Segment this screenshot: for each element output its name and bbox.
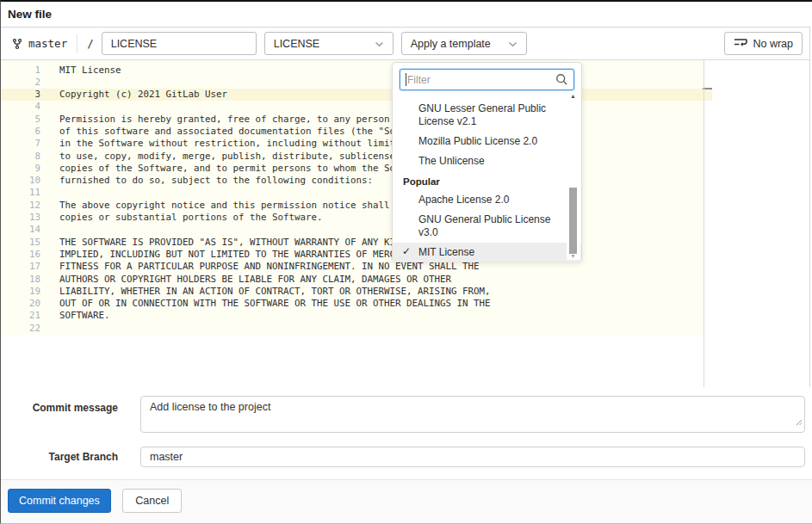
- code-line[interactable]: 20OUT OF OR IN CONNECTION WITH THE SOFTW…: [1, 298, 712, 310]
- line-number: 12: [1, 200, 40, 212]
- syntax-select-value: LICENSE: [274, 38, 320, 50]
- code-line[interactable]: 18AUTHORS OR COPYRIGHT HOLDERS BE LIABLE…: [1, 274, 712, 286]
- dropdown-item-label: MIT License: [418, 246, 474, 258]
- page-title: New file: [8, 2, 52, 27]
- scrollbar-thumb[interactable]: [569, 188, 577, 254]
- code-line[interactable]: 16IMPLIED, INCLUDING BUT NOT LIMITED TO …: [1, 249, 712, 261]
- no-wrap-label: No wrap: [753, 38, 793, 50]
- line-number: 4: [1, 101, 40, 113]
- code-line[interactable]: 9copies of the Software, and to permit p…: [1, 163, 712, 175]
- line-text: OUT OF OR IN CONNECTION WITH THE SOFTWAR…: [59, 298, 491, 310]
- code-line[interactable]: 21SOFTWARE.: [1, 310, 712, 322]
- commit-changes-button[interactable]: Commit changes: [8, 489, 111, 513]
- code-line[interactable]: 13copies or substantial portions of the …: [1, 212, 712, 224]
- scroll-up-arrow-icon[interactable]: ▲: [570, 93, 576, 99]
- code-lines: 1MIT License23Copyright (c) 2021 GitLab …: [1, 60, 704, 335]
- dropdown-item[interactable]: The Unlicense: [393, 151, 581, 171]
- code-line[interactable]: 3Copyright (c) 2021 GitLab User: [1, 89, 712, 101]
- target-branch-input[interactable]: [140, 447, 805, 467]
- line-text: furnished to do so, subject to the follo…: [59, 175, 373, 187]
- dropdown-header-label: Popular: [403, 176, 440, 187]
- line-number: 8: [1, 151, 40, 163]
- line-text: AUTHORS OR COPYRIGHT HOLDERS BE LIABLE F…: [59, 274, 451, 286]
- line-number: 15: [1, 237, 40, 249]
- dropdown-group-header: Popular: [393, 171, 581, 190]
- filename-input[interactable]: [102, 32, 257, 55]
- code-line[interactable]: 14: [1, 224, 712, 236]
- apply-template-select[interactable]: Apply a template: [401, 32, 527, 55]
- text-cursor: [406, 73, 406, 86]
- code-line[interactable]: 19LIABILITY, WHETHER IN AN ACTION OF CON…: [1, 286, 712, 298]
- code-line[interactable]: 17FITNESS FOR A PARTICULAR PURPOSE AND N…: [1, 261, 712, 273]
- apply-template-value: Apply a template: [411, 38, 491, 50]
- line-text: LIABILITY, WHETHER IN AN ACTION OF CONTR…: [59, 286, 491, 298]
- code-line[interactable]: 2: [1, 77, 712, 89]
- dropdown-item[interactable]: ✓MIT License: [393, 243, 581, 262]
- resize-handle-icon[interactable]: [796, 414, 803, 429]
- path-separator: /: [87, 37, 94, 50]
- print-margin-ruler: [704, 60, 704, 387]
- no-wrap-button[interactable]: No wrap: [724, 32, 803, 55]
- dropdown-item[interactable]: Mozilla Public License 2.0: [393, 132, 581, 151]
- text-wrap-icon: [734, 37, 747, 50]
- line-number: 7: [1, 138, 40, 150]
- line-number: 11: [1, 187, 40, 199]
- code-line[interactable]: 12The above copyright notice and this pe…: [1, 200, 712, 212]
- line-text: FITNESS FOR A PARTICULAR PURPOSE AND NON…: [59, 261, 480, 273]
- line-number: 2: [1, 77, 40, 89]
- line-number: 18: [1, 274, 40, 286]
- template-dropdown-list: GNU Lesser General Public License v2.1Mo…: [393, 95, 581, 262]
- chevron-down-icon: [375, 38, 384, 50]
- commit-message-textarea[interactable]: [140, 396, 805, 433]
- line-number: 19: [1, 286, 40, 298]
- toolbar-divider: [77, 34, 77, 53]
- template-filter-area: [393, 63, 581, 95]
- line-number: 5: [1, 114, 40, 126]
- target-branch-label: Target Branch: [1, 447, 118, 467]
- line-number: 1: [1, 65, 40, 77]
- check-icon: ✓: [402, 245, 411, 258]
- cancel-button[interactable]: Cancel: [122, 489, 182, 513]
- syntax-select[interactable]: LICENSE: [264, 32, 394, 55]
- template-filter-input[interactable]: [400, 69, 574, 90]
- code-line[interactable]: 10furnished to do so, subject to the fol…: [1, 175, 712, 187]
- code-line[interactable]: 11: [1, 187, 712, 199]
- code-line[interactable]: 5Permission is hereby granted, free of c…: [1, 114, 712, 126]
- dropdown-item-label: GNU General Public License v3.0: [418, 213, 550, 238]
- line-number: 21: [1, 310, 40, 322]
- code-line[interactable]: 4: [1, 101, 712, 113]
- dropdown-item-label: Mozilla Public License 2.0: [418, 135, 537, 147]
- code-line[interactable]: 15THE SOFTWARE IS PROVIDED "AS IS", WITH…: [1, 237, 712, 249]
- git-branch-icon: [11, 38, 23, 50]
- line-number: 13: [1, 212, 40, 224]
- file-toolbar: master / LICENSE Apply a template: [1, 28, 809, 60]
- line-number: 22: [1, 323, 40, 335]
- line-number: 6: [1, 126, 40, 138]
- code-line[interactable]: 7in the Software without restriction, in…: [1, 138, 712, 150]
- line-number: 10: [1, 175, 40, 187]
- dropdown-item-label: GNU Lesser General Public License v2.1: [418, 102, 546, 127]
- dropdown-item-label: The Unlicense: [418, 155, 485, 167]
- line-text: SOFTWARE.: [59, 310, 110, 322]
- code-line[interactable]: 8to use, copy, modify, merge, publish, d…: [1, 151, 712, 163]
- dropdown-item[interactable]: GNU Lesser General Public License v2.1: [393, 99, 581, 132]
- line-number: 9: [1, 163, 40, 175]
- dropdown-scrollbar: ▲ ▼: [567, 91, 580, 260]
- dropdown-item[interactable]: Apache License 2.0: [393, 190, 581, 210]
- code-line[interactable]: 6of this software and associated documen…: [1, 126, 712, 138]
- code-line[interactable]: 22: [1, 323, 712, 335]
- dropdown-item[interactable]: GNU General Public License v3.0: [393, 210, 581, 243]
- commit-message-label: Commit message: [1, 396, 118, 433]
- line-number: 17: [1, 261, 40, 273]
- scroll-down-arrow-icon[interactable]: ▼: [570, 253, 576, 259]
- template-dropdown-panel: GNU Lesser General Public License v2.1Mo…: [392, 62, 582, 262]
- code-line[interactable]: 1MIT License: [1, 65, 712, 77]
- line-text: copies of the Software, and to permit pe…: [59, 163, 446, 175]
- new-file-page: New file master / LICENSE: [0, 0, 812, 524]
- line-text: MIT License: [59, 65, 121, 77]
- chevron-down-icon: [508, 38, 518, 50]
- line-text: Copyright (c) 2021 GitLab User: [59, 89, 227, 101]
- search-icon: [555, 73, 568, 89]
- line-text: copies or substantial portions of the So…: [59, 212, 323, 224]
- dropdown-item-label: Apache License 2.0: [418, 194, 509, 206]
